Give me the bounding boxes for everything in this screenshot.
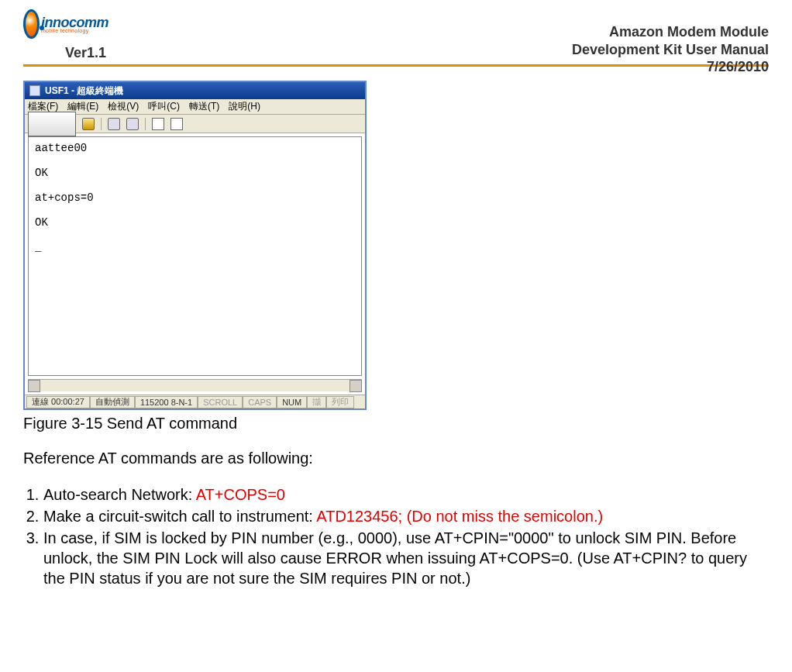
disconnect-icon[interactable] (126, 118, 139, 130)
terminal-output[interactable]: aattee00 OK at+cops=0 OK _ (28, 136, 362, 376)
connect-icon[interactable] (108, 118, 120, 130)
item2-command: ATD123456; (Do not miss the semicolon.) (316, 508, 603, 525)
horizontal-scrollbar[interactable] (28, 379, 362, 391)
doc-title-1: Amazon Modem Module (572, 23, 769, 41)
menu-help[interactable]: 說明(H) (229, 100, 260, 113)
doc-date: 7/26/2010 (572, 58, 769, 76)
list-item: Make a circuit-switch call to instrument… (43, 506, 769, 526)
reference-intro: Reference AT commands are as following: (23, 450, 769, 467)
status-caps: CAPS (243, 396, 277, 408)
properties-icon[interactable] (170, 118, 183, 130)
status-bar: 連線 00:00:27 自動偵測 115200 8-N-1 SCROLL CAP… (25, 395, 365, 408)
toolbar-separator (145, 118, 146, 130)
window-title: USF1 - 超級終端機 (45, 84, 123, 98)
menu-call[interactable]: 呼叫(C) (148, 100, 180, 113)
at-command-list: Auto-search Network: AT+COPS=0 Make a ci… (23, 484, 769, 588)
app-icon (29, 85, 40, 96)
item2-text: Make a circuit-switch call to instrument… (43, 508, 316, 525)
status-baud: 115200 8-N-1 (135, 396, 198, 408)
item3-text: In case, if SIM is locked by PIN number … (43, 529, 747, 587)
status-num: NUM (277, 396, 307, 408)
window-titlebar: USF1 - 超級終端機 (25, 82, 365, 99)
doc-title-2: Development Kit User Manual (572, 41, 769, 59)
list-item: Auto-search Network: AT+COPS=0 (43, 484, 769, 505)
status-print: 列印 (326, 396, 354, 408)
send-icon[interactable] (152, 118, 164, 130)
list-item: In case, if SIM is locked by PIN number … (43, 528, 769, 588)
open-icon[interactable] (82, 118, 95, 130)
logo-icon (23, 9, 40, 39)
status-autodetect: 自動偵測 (90, 396, 135, 408)
new-icon[interactable] (28, 112, 76, 136)
figure-caption: Figure 3-15 Send AT command (23, 415, 769, 432)
document-page: innocomm mobile technology Ver1.1 Amazon… (0, 0, 792, 605)
status-scroll: SCROLL (198, 396, 243, 408)
item1-text: Auto-search Network: (43, 486, 196, 503)
menu-transfer[interactable]: 轉送(T) (189, 100, 219, 113)
toolbar (25, 115, 365, 133)
hyperterminal-window: USF1 - 超級終端機 檔案(F) 編輯(E) 檢視(V) 呼叫(C) 轉送(… (23, 81, 367, 410)
menu-view[interactable]: 檢視(V) (108, 100, 139, 113)
status-connection: 連線 00:00:27 (26, 396, 90, 408)
logo: innocomm mobile technology Ver1.1 (23, 8, 108, 61)
status-capture: 擷 (307, 396, 326, 408)
version-label: Ver1.1 (65, 45, 108, 61)
toolbar-separator (101, 118, 102, 130)
item1-command: AT+COPS=0 (196, 486, 285, 503)
header-right: Amazon Modem Module Development Kit User… (572, 23, 769, 76)
